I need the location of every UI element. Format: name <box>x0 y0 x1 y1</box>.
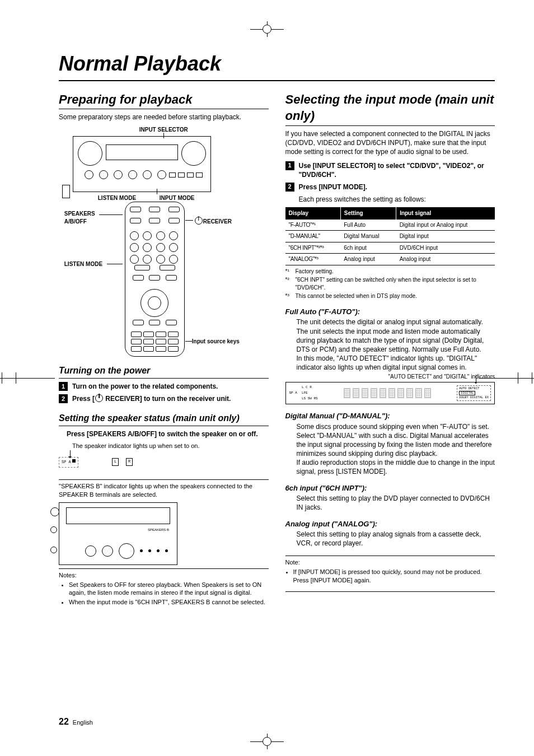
remote-button-icon <box>169 255 178 264</box>
note-box: Note: If [INPUT MODE] is pressed too qui… <box>285 556 495 592</box>
remote-button-icon <box>156 231 165 240</box>
remote-button-icon <box>130 243 139 252</box>
note-item: When the input mode is "6CH INPT", SPEAK… <box>69 598 269 606</box>
knob-icon <box>128 170 137 179</box>
power-icon <box>195 217 203 225</box>
digital-indicator-box: AUTO DETECT DIGITAL DOLBY DIGITAL EX <box>457 385 491 401</box>
remote-button-icon <box>131 346 142 352</box>
remote-button-icon <box>130 231 139 240</box>
power-step-2: 2 Press [ RECEIVER] to turn on the recei… <box>59 394 269 403</box>
unit-remote-diagram: INPUT SELECTOR <box>64 126 263 356</box>
remote-button-icon <box>143 346 154 352</box>
remote-button-icon <box>156 243 165 252</box>
remote-button-icon <box>133 275 144 281</box>
nav-wheel-icon <box>140 289 168 317</box>
heading-fauto: Full Auto ("F-AUTO"): <box>285 307 495 317</box>
knob-icon <box>102 545 113 557</box>
speaker-step: Press [SPEAKERS A/B/OFF] to switch the s… <box>67 430 269 438</box>
registration-mark-top <box>250 21 284 37</box>
notes-list: Set Speakers to OFF for stereo playback.… <box>69 581 269 607</box>
remote-button-icon <box>143 332 154 337</box>
dot-icon <box>165 549 168 552</box>
remote-button-icon <box>156 255 165 264</box>
input-step-2: 2 Press [INPUT MODE]. <box>285 183 495 192</box>
remote-button-icon <box>131 339 142 344</box>
button-icon <box>187 172 194 178</box>
remote-button-icon <box>156 339 166 344</box>
remote-button-icon <box>169 231 178 240</box>
remote-button-icon <box>143 231 152 240</box>
input-mode-intro: If you have selected a component connect… <box>285 129 495 157</box>
remote-button-icon <box>143 243 152 252</box>
lcd-indicator-diagram: SP A L C R LFE LS SW RS AUTO DETECT DIGI… <box>285 382 495 404</box>
remote-button-icon <box>156 332 166 337</box>
note-item: Set Speakers to OFF for stereo playback.… <box>69 581 269 598</box>
dot-icon <box>148 549 151 552</box>
notes-title: Notes: <box>59 571 269 580</box>
table-row: "ANALOG"*³ Analog input Analog input <box>285 254 495 265</box>
dot-icon <box>140 549 143 552</box>
knob-icon <box>99 170 108 179</box>
label-input-source-keys: Input source keys <box>192 338 240 346</box>
label-listen-mode-side: LISTEN MODE <box>64 260 102 268</box>
analog-body: Select this setting to play analog signa… <box>297 530 495 548</box>
remote-button-icon <box>169 243 178 252</box>
input-step-2-sub: Each press switches the setting as follo… <box>299 195 495 204</box>
knob-icon <box>85 170 93 179</box>
step-number-badge: 1 <box>59 382 68 391</box>
remote-button-icon <box>130 207 141 212</box>
footnotes: *¹Factory setting. *²"6CH INPT" setting … <box>285 268 495 300</box>
knob-icon <box>143 170 152 179</box>
remote-button-icon <box>166 275 177 281</box>
sixch-body: Select this setting to play the DVD play… <box>297 494 495 512</box>
right-column: Selecting the input mode (main unit only… <box>285 91 495 612</box>
power-icon <box>95 394 103 402</box>
step-number-badge: 1 <box>285 161 294 170</box>
button-icon <box>169 172 176 178</box>
table-row: "F-AUTO"*¹ Full Auto Digital input or An… <box>285 220 495 231</box>
remote-button-icon <box>160 265 175 270</box>
th-setting: Setting <box>340 207 396 220</box>
remote-button-icon <box>149 218 160 223</box>
remote-button-icon <box>166 320 177 325</box>
heading-input-mode: Selecting the input mode (main unit only… <box>285 91 495 126</box>
input-step-1: 1 Use [INPUT SELECTOR] to select "CD/DVD… <box>285 161 495 179</box>
knob-icon <box>181 141 206 166</box>
heading-6ch: 6ch input ("6CH INPT"): <box>285 483 495 493</box>
speaker-indicator-diagram: SP A L R <box>59 454 154 476</box>
registration-side-right <box>479 378 534 379</box>
knob-icon <box>157 170 166 179</box>
speaker-sub: The speaker indicator lights up when set… <box>72 442 269 450</box>
remote-outline <box>125 202 185 357</box>
page-footer: 22 English <box>59 716 93 728</box>
remote-button-icon <box>168 339 179 344</box>
remote-button-icon <box>133 320 144 325</box>
main-unit-outline <box>73 136 211 192</box>
knob-icon <box>119 543 134 559</box>
display-icon <box>106 144 178 160</box>
dmanual-body: Some discs produce sound skipping even w… <box>297 422 495 477</box>
indicator-caption: "AUTO DETECT" and "DIGITAL" indicators <box>285 373 495 381</box>
registration-mark-bottom <box>250 734 284 749</box>
sp-r-indicator: R <box>126 458 133 465</box>
knob-icon <box>85 545 96 557</box>
heading-preparing: Preparing for playback <box>59 91 269 110</box>
speaker-b-note: "SPEAKERS B" indicator lights up when th… <box>59 482 269 499</box>
remote-button-icon <box>149 207 160 212</box>
remote-button-icon <box>156 346 166 352</box>
heading-speaker-status: Setting the speaker status (main unit on… <box>59 412 269 426</box>
knob-icon <box>114 170 123 179</box>
heading-analog: Analog input ("ANALOG"): <box>285 519 495 529</box>
sp-a-indicator: SP A <box>59 457 78 467</box>
remote-button-icon <box>130 218 141 223</box>
registration-side-left <box>0 378 55 379</box>
panel-button-icon <box>50 547 57 553</box>
power-step-1: 1 Turn on the power to the related compo… <box>59 382 269 391</box>
heading-dmanual: Digital Manual ("D-MANUAL"): <box>285 411 495 421</box>
dot-icon <box>157 549 160 552</box>
input-mode-table: Display Setting Input signal "F-AUTO"*¹ … <box>285 207 495 265</box>
label-receiver: RECEIVER <box>194 217 232 226</box>
th-display: Display <box>285 207 341 220</box>
table-row: "6CH INPT"*²*³ 6ch input DVD/6CH input <box>285 242 495 254</box>
button-icon <box>196 172 203 178</box>
